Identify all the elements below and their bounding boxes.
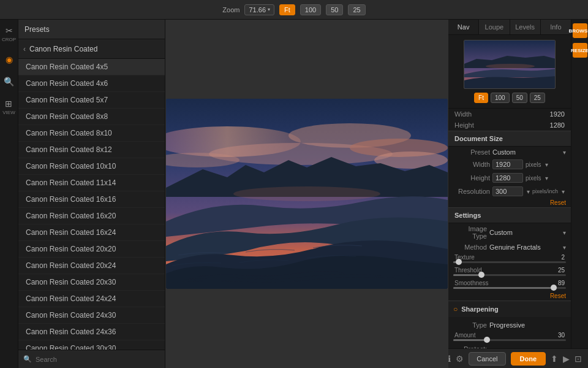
crop-tool-icon[interactable]: ✂ CROP: [1, 23, 17, 45]
threshold-slider-track[interactable]: [453, 274, 566, 276]
preset-list: Canon Resin Coated 4x5Canon Resin Coated…: [18, 59, 165, 350]
preset-item[interactable]: Canon Resin Coated 16x16: [18, 191, 165, 208]
texture-slider-row: Texture 2: [448, 253, 571, 266]
left-sidebar: Presets ‹ Canon Resin Coated Canon Resin…: [18, 20, 165, 368]
zoom-25-button[interactable]: 25: [348, 4, 365, 15]
browse-icon[interactable]: BROWSE: [573, 23, 587, 38]
share-icon[interactable]: ⬆: [551, 354, 558, 364]
nav-preview: Ft 100 50 25: [448, 35, 571, 109]
preset-item[interactable]: Canon Resin Coated 4x5: [18, 59, 165, 75]
doc-height-row: Height pixels ▾: [448, 171, 571, 185]
threshold-slider-thumb[interactable]: [478, 272, 484, 278]
preset-item[interactable]: Canon Resin Coated 24x36: [18, 324, 165, 340]
info-icon[interactable]: ℹ: [448, 354, 451, 364]
preset-item[interactable]: Canon Resin Coated 8x8: [18, 109, 165, 125]
search-tool-icon[interactable]: 🔍: [2, 74, 15, 89]
zoom-100-button[interactable]: 100: [300, 4, 321, 15]
svg-point-8: [233, 186, 380, 201]
doc-width-unit: pixels: [526, 161, 541, 168]
doc-reset-link[interactable]: Reset: [448, 198, 571, 207]
amount-slider-track[interactable]: [453, 339, 566, 341]
protect-label-row: Protect:: [448, 343, 571, 348]
nav-50-button[interactable]: 50: [512, 93, 527, 103]
tab-info[interactable]: Info: [541, 20, 571, 34]
settings-icon[interactable]: ⚙: [456, 354, 464, 364]
preset-item[interactable]: Canon Resin Coated 30x30: [18, 340, 165, 350]
amount-slider-fill: [453, 339, 487, 341]
next-icon[interactable]: ▶: [563, 354, 570, 364]
preset-item[interactable]: Canon Resin Coated 4x6: [18, 75, 165, 92]
preset-item[interactable]: Canon Resin Coated 24x30: [18, 307, 165, 324]
doc-height-input[interactable]: [492, 173, 523, 183]
preset-row: Preset Custom ▾: [448, 147, 571, 158]
amount-label: Amount: [454, 332, 475, 339]
svg-point-11: [486, 64, 535, 69]
tab-levels[interactable]: Levels: [510, 20, 541, 34]
amount-slider-thumb[interactable]: [484, 337, 490, 343]
doc-width-label: Width: [453, 161, 490, 168]
nav-fit-button[interactable]: Ft: [474, 93, 488, 103]
texture-slider-thumb[interactable]: [456, 259, 462, 265]
preset-item[interactable]: Canon Resin Coated 20x20: [18, 241, 165, 258]
sharp-type-label: Type: [453, 321, 487, 329]
method-arrow: ▾: [563, 244, 566, 251]
view-tool-icon[interactable]: ⊞ VIEW: [1, 96, 16, 118]
preset-item[interactable]: Canon Resin Coated 8x10: [18, 125, 165, 142]
width-label: Width: [454, 110, 472, 118]
preset-item[interactable]: Canon Resin Coated 8x12: [18, 142, 165, 158]
sharpening-header[interactable]: ○ Sharpening: [448, 301, 571, 317]
tab-nav[interactable]: Nav: [448, 20, 479, 34]
preset-label: Preset: [453, 148, 490, 156]
preset-item[interactable]: Canon Resin Coated 20x30: [18, 274, 165, 291]
doc-width-input[interactable]: [492, 159, 523, 169]
right-inner: Nav Loupe Levels Info: [448, 20, 588, 348]
image-type-arrow: ▾: [563, 229, 566, 236]
back-arrow-icon[interactable]: ‹: [23, 45, 26, 53]
sharp-type-value: Progressive: [489, 321, 566, 329]
texture-slider-track[interactable]: [453, 261, 566, 263]
zoom-fit-button[interactable]: Ft: [279, 4, 295, 15]
doc-width-row: Width pixels ▾: [448, 158, 571, 171]
smoothness-value: 89: [558, 280, 565, 286]
done-button[interactable]: Done: [511, 352, 546, 366]
sharp-type-row: Type Progressive: [448, 320, 571, 331]
circle-tool-icon[interactable]: ◉: [4, 52, 14, 67]
resolution-input[interactable]: [492, 186, 523, 196]
smoothness-slider-track[interactable]: [453, 287, 566, 289]
preset-item[interactable]: Canon Resin Coated 5x7: [18, 92, 165, 109]
resize-icon[interactable]: RESIZE: [573, 43, 587, 58]
doc-height-arrow: ▾: [545, 175, 548, 182]
cancel-button[interactable]: Cancel: [469, 352, 505, 366]
zoom-dropdown-arrow: ▾: [268, 7, 270, 12]
preset-item[interactable]: Canon Resin Coated 16x24: [18, 224, 165, 241]
main-area: ✂ CROP ◉ 🔍 ⊞ VIEW Presets ‹ Canon Resin …: [0, 20, 588, 368]
search-input[interactable]: [36, 356, 160, 363]
panel-tabs: Nav Loupe Levels Info: [448, 20, 571, 35]
smoothness-label: Smoothness: [454, 280, 489, 286]
settings-reset-link[interactable]: Reset: [448, 291, 571, 301]
bottom-bar: ? ℹ ⚙ Cancel Done ⬆ ▶ ⊡: [448, 348, 588, 368]
preset-item[interactable]: Canon Resin Coated 11x14: [18, 175, 165, 191]
nav-25-button[interactable]: 25: [530, 93, 545, 103]
nav-100-button[interactable]: 100: [491, 93, 510, 103]
resolution-label: Resolution: [453, 188, 490, 195]
last-icon[interactable]: ⊡: [575, 354, 582, 364]
presets-header: Presets: [18, 20, 165, 39]
image-type-value: Custom: [489, 229, 560, 236]
smoothness-slider-thumb[interactable]: [551, 285, 557, 291]
tab-loupe[interactable]: Loupe: [479, 20, 510, 34]
preset-item[interactable]: Canon Resin Coated 10x10: [18, 158, 165, 175]
preset-item[interactable]: Canon Resin Coated 16x20: [18, 208, 165, 224]
sharpening-content: Type Progressive Amount 30: [448, 317, 571, 348]
category-header[interactable]: ‹ Canon Resin Coated: [18, 39, 165, 59]
method-row: Method Genuine Fractals ▾: [448, 242, 571, 253]
preset-item[interactable]: Canon Resin Coated 24x24: [18, 291, 165, 307]
threshold-slider-row: Threshold 25: [448, 266, 571, 278]
preset-item[interactable]: Canon Resin Coated 20x24: [18, 258, 165, 274]
category-title: Canon Resin Coated: [29, 45, 97, 53]
zoom-50-button[interactable]: 50: [326, 4, 343, 15]
amount-value: 30: [558, 332, 565, 339]
canvas-image: [166, 99, 448, 289]
zoom-display[interactable]: 71.66 ▾: [244, 4, 274, 15]
image-type-row: Image Type Custom ▾: [448, 223, 571, 242]
